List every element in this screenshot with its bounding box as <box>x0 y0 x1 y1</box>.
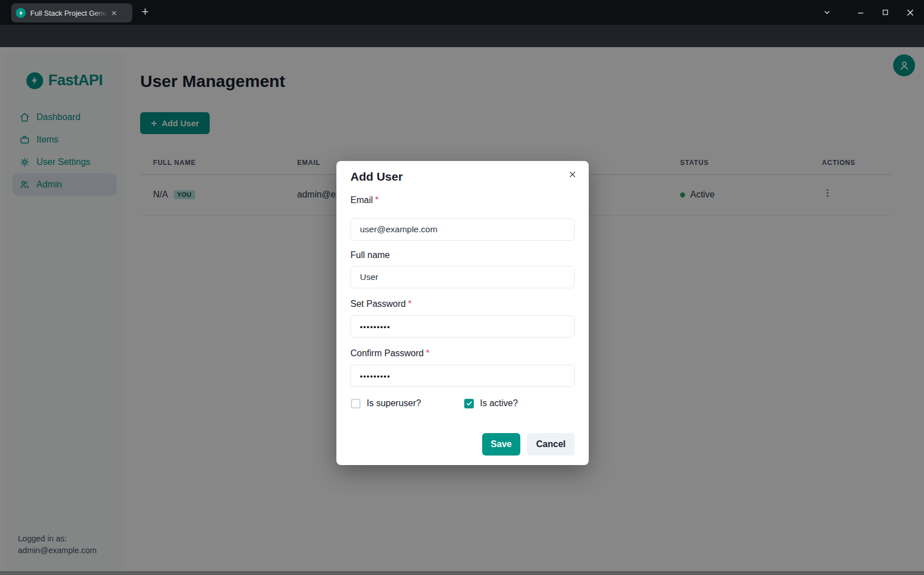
window-maximize-button[interactable] <box>877 4 894 21</box>
required-asterisk: * <box>408 299 412 309</box>
new-tab-button[interactable]: + <box>138 5 153 20</box>
browser-toolbar: localhost/admin 1 <box>0 25 924 47</box>
confirm-password-label: Confirm Password* <box>350 348 429 358</box>
tab-strip: Full Stack Project Genera + <box>0 0 924 25</box>
set-password-field[interactable] <box>350 315 575 338</box>
browser-tab[interactable]: Full Stack Project Genera <box>11 3 132 22</box>
required-asterisk: * <box>375 195 378 205</box>
window-minimize-button[interactable] <box>852 4 869 21</box>
full-name-field[interactable] <box>350 266 575 288</box>
checkbox-checked-icon[interactable] <box>464 399 474 408</box>
required-asterisk: * <box>426 348 429 358</box>
full-name-label: Full name <box>350 250 392 260</box>
chevron-down-icon[interactable] <box>819 4 835 21</box>
add-user-modal: Add User Email* Full name Set Password* … <box>336 161 589 465</box>
is-active-checkbox[interactable]: Is active? <box>464 398 518 408</box>
confirm-password-field[interactable] <box>350 365 575 387</box>
modal-title: Add User <box>350 170 403 183</box>
is-superuser-label: Is superuser? <box>367 398 421 408</box>
email-field[interactable] <box>350 218 575 241</box>
checkbox-unchecked-icon[interactable] <box>351 399 361 408</box>
tab-close-icon[interactable] <box>111 10 117 16</box>
window-close-button[interactable] <box>902 4 918 21</box>
close-icon[interactable] <box>564 166 581 183</box>
set-password-label: Set Password* <box>350 299 412 309</box>
is-active-label: Is active? <box>480 398 518 408</box>
page-viewport: FastAPI Dashboard Items User Settings <box>0 47 924 575</box>
cancel-button[interactable]: Cancel <box>527 433 575 456</box>
is-superuser-checkbox[interactable]: Is superuser? <box>351 398 421 408</box>
tab-title: Full Stack Project Genera <box>30 9 108 17</box>
save-button[interactable]: Save <box>482 433 520 456</box>
email-label: Email* <box>350 195 378 205</box>
fastapi-bolt-icon <box>16 8 26 18</box>
